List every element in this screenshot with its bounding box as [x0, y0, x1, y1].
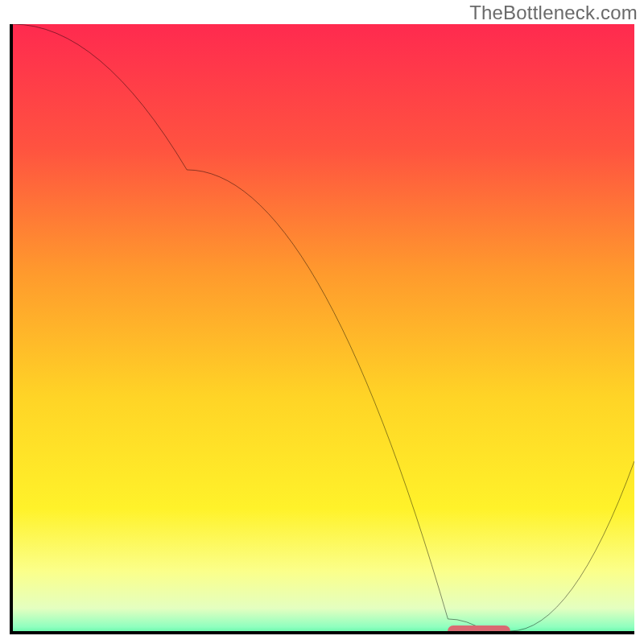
bottleneck-curve [13, 24, 634, 631]
plot-area [10, 24, 634, 634]
chart-frame: TheBottleneck.com [0, 0, 644, 644]
watermark-text: TheBottleneck.com [469, 2, 638, 24]
optimal-marker [448, 625, 510, 634]
